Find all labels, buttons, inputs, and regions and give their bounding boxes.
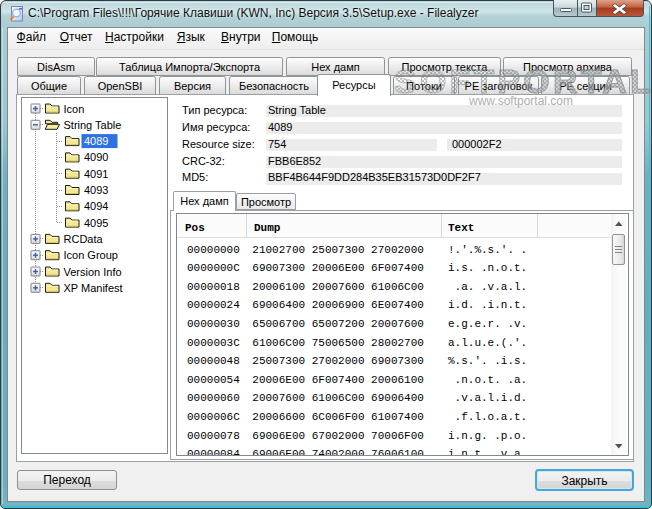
svg-text:4094: 4094	[84, 200, 108, 212]
svg-text:Icon: Icon	[64, 103, 85, 115]
svg-text:4093: 4093	[84, 184, 108, 196]
svg-text:4091: 4091	[84, 168, 108, 180]
svg-text:XP Manifest: XP Manifest	[64, 282, 123, 294]
svg-text:4090: 4090	[84, 151, 108, 163]
svg-text:4089: 4089	[84, 135, 108, 147]
svg-text:Icon Group: Icon Group	[64, 249, 118, 261]
svg-text:RCData: RCData	[64, 233, 104, 245]
svg-text:Version Info: Version Info	[64, 266, 122, 278]
svg-text:String Table: String Table	[64, 119, 122, 131]
svg-text:4095: 4095	[84, 217, 108, 229]
